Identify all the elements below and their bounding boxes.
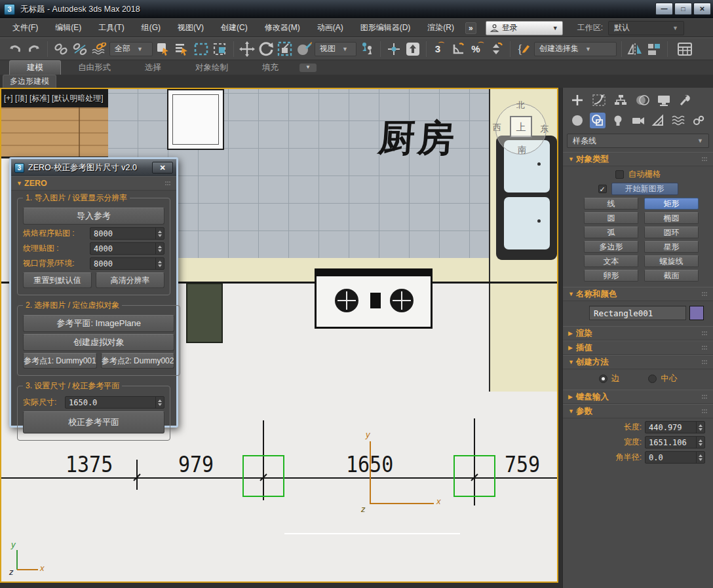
compass-south[interactable]: 南 bbox=[518, 144, 526, 156]
egg-button[interactable]: 卵形 bbox=[584, 270, 638, 282]
mirror-icon[interactable] bbox=[626, 41, 644, 58]
menu-edit[interactable]: 编辑(E) bbox=[47, 19, 90, 37]
compass-north[interactable]: 北 bbox=[516, 100, 525, 111]
select-by-name-icon[interactable] bbox=[174, 41, 191, 58]
object-type-rollout-header[interactable]: ▼ 对象类型 bbox=[563, 152, 713, 166]
rectangular-selection-region-icon[interactable] bbox=[193, 41, 210, 58]
texture-map-spinner[interactable]: 4000 bbox=[90, 242, 164, 255]
menu-views[interactable]: 视图(V) bbox=[169, 19, 212, 37]
spinner-arrows-icon[interactable] bbox=[696, 422, 704, 433]
text-button[interactable]: 文本 bbox=[584, 255, 638, 267]
scene-explorer-icon[interactable] bbox=[676, 41, 693, 58]
viewcube-top-face[interactable]: 上 bbox=[510, 116, 532, 138]
bake-map-spinner[interactable]: 8000 bbox=[90, 227, 164, 240]
select-and-manipulate-icon[interactable] bbox=[296, 41, 313, 58]
menu-animation[interactable]: 动画(A) bbox=[309, 19, 352, 37]
motion-tab-icon[interactable] bbox=[634, 92, 650, 108]
dialog-close-button[interactable]: ✕ bbox=[152, 162, 173, 174]
spinner-arrows-icon[interactable] bbox=[696, 452, 704, 463]
select-and-rotate-icon[interactable] bbox=[258, 41, 275, 58]
star-button[interactable]: 星形 bbox=[644, 241, 699, 253]
length-spinner[interactable]: 440.979 bbox=[645, 421, 705, 433]
corner-radius-spinner[interactable]: 0.0 bbox=[645, 451, 705, 464]
rectangle-button[interactable]: 矩形 bbox=[644, 198, 699, 210]
ribbon-tab-selection[interactable]: 选择 bbox=[128, 61, 178, 75]
menu-overflow-chevron[interactable]: » bbox=[465, 22, 476, 34]
compass-east[interactable]: 东 bbox=[540, 123, 549, 135]
compass-west[interactable]: 西 bbox=[493, 122, 501, 134]
select-and-place-icon[interactable] bbox=[385, 41, 402, 58]
selection-filter-dropdown[interactable]: 全部 ▼ bbox=[109, 42, 153, 56]
unlink-selection-icon[interactable] bbox=[71, 41, 88, 58]
donut-button[interactable]: 圆环 bbox=[644, 227, 699, 238]
line-button[interactable]: 线 bbox=[584, 198, 638, 210]
ribbon-tab-modeling[interactable]: 建模 bbox=[9, 60, 61, 75]
edit-named-selection-sets-icon[interactable]: { bbox=[515, 41, 532, 58]
menu-tools[interactable]: 工具(T) bbox=[90, 19, 132, 37]
login-dropdown[interactable]: 登录 ▼ bbox=[486, 21, 563, 35]
create-tab-icon[interactable] bbox=[569, 92, 585, 108]
start-new-shape-button[interactable]: 开始新图形 bbox=[611, 183, 678, 195]
minimize-button[interactable]: — bbox=[655, 3, 673, 15]
ellipse-button[interactable]: 椭圆 bbox=[644, 212, 699, 224]
shape-category-dropdown[interactable]: 样条线 ▼ bbox=[567, 134, 709, 148]
maximize-button[interactable]: □ bbox=[674, 3, 692, 15]
spinner-arrows-icon[interactable] bbox=[155, 228, 164, 239]
select-and-scale-icon[interactable] bbox=[277, 41, 294, 58]
window-crossing-toggle-icon[interactable] bbox=[212, 41, 229, 58]
dummy-helper-2[interactable] bbox=[453, 455, 495, 497]
menu-file[interactable]: 文件(F) bbox=[4, 19, 47, 37]
actual-size-spinner[interactable]: 1650.0 bbox=[65, 396, 164, 409]
display-tab-icon[interactable] bbox=[656, 92, 672, 108]
modify-tab-icon[interactable] bbox=[591, 92, 607, 108]
redo-icon[interactable] bbox=[26, 41, 43, 58]
autogrid-checkbox[interactable] bbox=[615, 170, 624, 179]
parameters-rollout-header[interactable]: ▼ 参数 bbox=[563, 404, 713, 418]
percent-snap-icon[interactable]: %⌒ bbox=[469, 41, 486, 58]
menu-graph-editors[interactable]: 图形编辑器(D) bbox=[352, 19, 419, 37]
viewport-label[interactable]: [+] [顶] [标准] [默认明暗处理] bbox=[4, 93, 104, 104]
ribbon-tab-populate[interactable]: 填充 bbox=[245, 61, 296, 75]
geometry-category-icon[interactable] bbox=[569, 113, 585, 128]
space-warps-category-icon[interactable] bbox=[670, 113, 686, 128]
menu-rendering[interactable]: 渲染(R) bbox=[419, 19, 463, 37]
start-new-shape-checkbox[interactable]: ✓ bbox=[598, 185, 607, 193]
spinner-snap-icon[interactable] bbox=[488, 41, 505, 58]
object-name-input[interactable]: Rectangle001 bbox=[589, 306, 686, 320]
hierarchy-tab-icon[interactable] bbox=[613, 92, 628, 108]
shapes-category-icon[interactable] bbox=[590, 113, 606, 128]
isolate-selection-icon[interactable] bbox=[404, 41, 421, 58]
ref-point1-button[interactable]: 参考点1: Dummy001 bbox=[23, 353, 97, 369]
spinner-arrows-icon[interactable] bbox=[155, 258, 164, 269]
name-color-rollout-header[interactable]: ▼ 名称和颜色 bbox=[563, 287, 713, 301]
object-color-swatch[interactable] bbox=[689, 306, 704, 320]
spinner-arrows-icon[interactable] bbox=[155, 243, 164, 254]
menu-create[interactable]: 创建(C) bbox=[212, 19, 256, 37]
spinner-arrows-icon[interactable] bbox=[696, 437, 704, 448]
use-pivot-center-icon[interactable] bbox=[358, 41, 376, 58]
dialog-title-bar[interactable]: 3 ZERO-校正参考图片尺寸 v2.0 ✕ bbox=[11, 159, 176, 176]
systems-category-icon[interactable] bbox=[691, 113, 706, 128]
import-reference-button[interactable]: 导入参考 bbox=[23, 208, 164, 225]
center-radio[interactable]: 中心 bbox=[648, 373, 677, 384]
spinner-arrows-icon[interactable] bbox=[155, 397, 164, 408]
bind-to-space-warp-icon[interactable] bbox=[90, 41, 107, 58]
width-spinner[interactable]: 1651.106 bbox=[645, 436, 705, 449]
rendering-rollout-header[interactable]: ▶ 渲染 bbox=[563, 326, 713, 340]
menu-group[interactable]: 组(G) bbox=[133, 19, 169, 37]
circle-button[interactable]: 圆 bbox=[584, 212, 638, 224]
correct-plane-button[interactable]: 校正参考平面 bbox=[23, 411, 164, 433]
helpers-category-icon[interactable] bbox=[650, 113, 666, 128]
viewport-bg-spinner[interactable]: 8000 bbox=[90, 257, 164, 270]
dummy-helper-1[interactable] bbox=[242, 455, 284, 497]
reset-defaults-button[interactable]: 重置到默认值 bbox=[23, 272, 92, 288]
lights-category-icon[interactable] bbox=[610, 113, 626, 128]
creation-method-rollout-header[interactable]: ▼ 创建方法 bbox=[563, 355, 713, 369]
polygon-modeling-panel-tab[interactable]: 多边形建模 bbox=[3, 75, 56, 88]
create-dummy-button[interactable]: 创建虚拟对象 bbox=[23, 334, 174, 351]
ref-point2-button[interactable]: 参考点2: Dummy002 bbox=[101, 353, 175, 369]
edge-radio[interactable]: 边 bbox=[599, 373, 620, 384]
helix-button[interactable]: 螺旋线 bbox=[644, 255, 699, 267]
utilities-tab-icon[interactable] bbox=[678, 92, 693, 108]
keyboard-entry-rollout-header[interactable]: ▶ 键盘输入 bbox=[563, 390, 713, 404]
